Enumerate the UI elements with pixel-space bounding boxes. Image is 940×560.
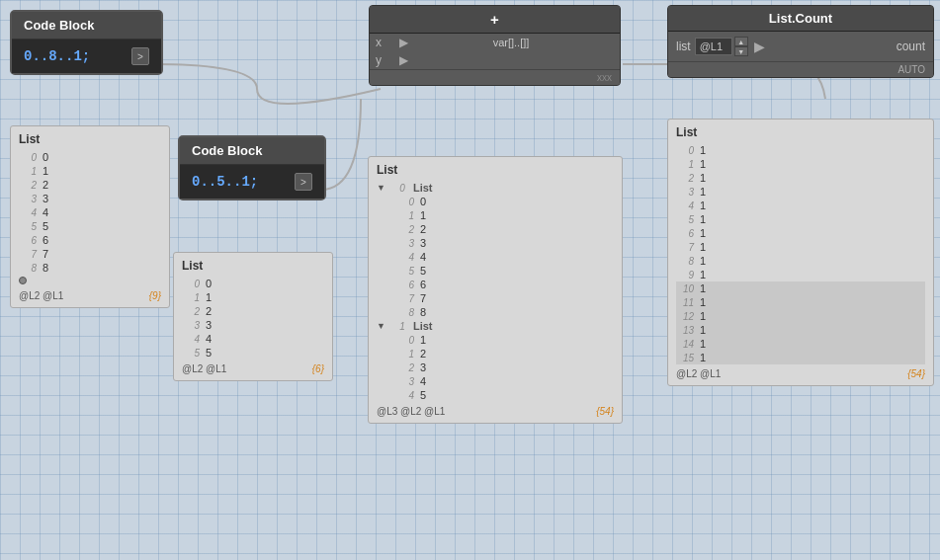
list-item: 1 2 [396, 347, 614, 360]
list-item: 1 1 [396, 208, 614, 222]
list-item: 0 1 [676, 143, 925, 157]
list-item: 6 1 [676, 226, 925, 240]
list-item: 5 5 [19, 219, 161, 233]
list-item: 0 0 [19, 150, 161, 164]
list-item: 7 1 [676, 240, 925, 254]
list-panel-1-title: List [19, 132, 161, 146]
list-item: 4 5 [396, 388, 614, 402]
list-panel-2-items: 0 0 1 1 2 2 3 3 4 4 5 5 [182, 277, 324, 360]
listcount-list-label: list [676, 40, 691, 53]
list-item: 1 1 [182, 290, 324, 304]
list-item: 3 1 [676, 185, 925, 199]
nested-group-1: ▼ 1 List 0 1 1 2 2 3 3 4 4 5 [377, 319, 614, 402]
plus-x-port: x ▶ var[]..[]] [370, 34, 620, 51]
spin-down[interactable]: ▼ [734, 46, 748, 56]
list-item: 4 4 [396, 250, 614, 264]
list-item: 1 1 [676, 157, 925, 171]
count-list-panel: List 0 1 1 1 2 1 3 1 4 1 5 1 6 1 [667, 119, 934, 386]
list-item: 7 7 [396, 291, 614, 305]
list-item: 2 3 [396, 360, 614, 374]
listcount-input[interactable] [695, 38, 732, 55]
list-item: 2 2 [19, 178, 161, 192]
list-item: 8 1 [676, 254, 925, 268]
list-item: 11 1 [676, 295, 925, 309]
list-item: 6 6 [19, 233, 161, 247]
list-item: 3 3 [182, 318, 324, 332]
list-item: 0 0 [182, 277, 324, 290]
list-panel-2-title: List [182, 259, 324, 273]
list-item: 4 4 [182, 332, 324, 346]
list-panel-1: List 0 0 1 1 2 2 3 3 4 4 5 5 6 6 [10, 125, 170, 308]
list-item: 3 3 [396, 236, 614, 250]
list-item: 12 1 [676, 309, 925, 323]
code-block-2-title: Code Block [180, 137, 324, 165]
list-item: 14 1 [676, 337, 925, 351]
code-block-2-arrow[interactable]: > [295, 173, 312, 191]
code-block-1-title: Code Block [12, 12, 161, 40]
list-panel-1-items: 0 0 1 1 2 2 3 3 4 4 5 5 6 6 7 7 [19, 150, 161, 275]
listcount-output-label: count [897, 40, 925, 53]
plus-output-label: var[]..[]] [408, 37, 614, 48]
code-block-1-code: 0..8..1; [24, 48, 90, 64]
listcount-arrow: ▶ [754, 39, 765, 54]
nested-list-panel: List ▼ 0 List 0 0 1 1 2 2 3 3 [368, 156, 623, 424]
list-panel-2: List 0 0 1 1 2 2 3 3 4 4 5 5 @L2 @L1 {6} [173, 252, 333, 381]
list-item: 5 1 [676, 212, 925, 226]
count-list-items: 0 1 1 1 2 1 3 1 4 1 5 1 6 1 7 1 [676, 143, 925, 364]
list-item: 4 4 [19, 205, 161, 219]
list-item: 0 1 [396, 333, 614, 347]
list-item: 9 1 [676, 268, 925, 281]
spin-up[interactable]: ▲ [734, 37, 748, 46]
list-panel-1-footer: @L2 @L1 {9} [19, 290, 161, 301]
list-item: 10 1 [676, 281, 925, 295]
listcount-auto: AUTO [668, 61, 933, 77]
list-item: 3 4 [396, 374, 614, 388]
list-item: 3 3 [19, 192, 161, 205]
code-block-1: Code Block 0..8..1; > [10, 10, 163, 75]
list-item: 5 5 [396, 264, 614, 278]
nested-group-0: ▼ 0 List 0 0 1 1 2 2 3 3 4 4 [377, 181, 614, 319]
list-item: 1 1 [19, 164, 161, 178]
listcount-node: List.Count list ▲ ▼ ▶ count AUTO [667, 5, 934, 78]
code-block-2-code: 0..5..1; [192, 174, 258, 190]
list-item: 2 2 [396, 222, 614, 236]
list-item: 2 1 [676, 171, 925, 185]
list-item: 4 1 [676, 199, 925, 212]
listcount-body: list ▲ ▼ ▶ count [668, 32, 933, 61]
list-item: 6 6 [396, 278, 614, 291]
list-item: 13 1 [676, 323, 925, 337]
nested-list-panel-title: List [377, 163, 614, 177]
plus-node-title: + [370, 6, 620, 34]
plus-xxx-label: xxx [370, 69, 620, 85]
count-list-panel-title: List [676, 125, 925, 139]
list-panel-1-handle[interactable] [19, 277, 27, 284]
list-item: 8 8 [396, 305, 614, 319]
code-block-1-arrow[interactable]: > [131, 47, 149, 65]
code-block-2: Code Block 0..5..1; > [178, 135, 326, 200]
listcount-title: List.Count [668, 6, 933, 32]
count-list-footer: @L2 @L1 {54} [676, 368, 925, 379]
listcount-spinner[interactable]: ▲ ▼ [734, 37, 748, 56]
list-item: 15 1 [676, 351, 925, 364]
nested-list-footer: @L3 @L2 @L1 {54} [377, 406, 614, 417]
list-item: 2 2 [182, 304, 324, 318]
list-item: 5 5 [182, 346, 324, 360]
plus-y-port: y ▶ [370, 51, 620, 69]
list-panel-2-footer: @L2 @L1 {6} [182, 363, 324, 374]
list-item: 0 0 [396, 195, 614, 208]
plus-node: + x ▶ var[]..[]] y ▶ xxx [369, 5, 621, 86]
list-item: 8 8 [19, 261, 161, 275]
list-item: 7 7 [19, 247, 161, 261]
